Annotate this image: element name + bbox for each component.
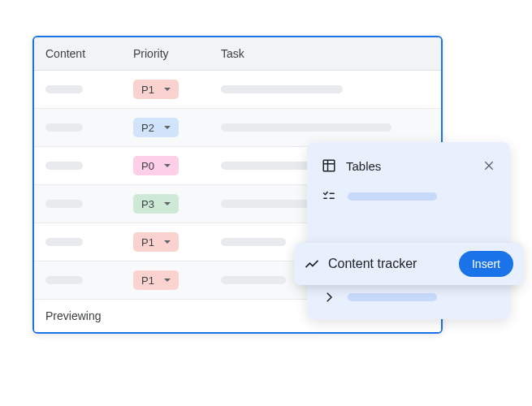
task-placeholder bbox=[221, 276, 286, 284]
popup-item[interactable] bbox=[307, 181, 510, 212]
table-header-row: Content Priority Task bbox=[34, 37, 441, 71]
priority-label: P1 bbox=[141, 84, 154, 96]
chevron-down-icon bbox=[164, 202, 171, 205]
priority-label: P0 bbox=[141, 160, 154, 172]
priority-chip[interactable]: P1 bbox=[133, 232, 179, 252]
tables-popup: Tables bbox=[307, 142, 510, 319]
chevron-down-icon bbox=[164, 126, 171, 129]
popup-item[interactable] bbox=[307, 282, 510, 313]
content-placeholder bbox=[45, 162, 83, 170]
content-placeholder bbox=[45, 238, 83, 246]
chevron-down-icon bbox=[164, 240, 171, 244]
item-placeholder bbox=[348, 192, 437, 201]
task-placeholder bbox=[221, 123, 391, 132]
priority-chip[interactable]: P2 bbox=[133, 118, 179, 137]
close-icon[interactable] bbox=[482, 159, 495, 172]
priority-label: P1 bbox=[141, 274, 154, 287]
priority-label: P1 bbox=[141, 236, 154, 248]
content-placeholder bbox=[45, 200, 83, 208]
column-header-priority[interactable]: Priority bbox=[122, 37, 210, 70]
highlighted-label: Content tracker bbox=[328, 257, 451, 271]
popup-title: Tables bbox=[346, 159, 482, 173]
checklist-icon bbox=[322, 189, 336, 204]
trend-icon bbox=[304, 256, 320, 272]
content-placeholder bbox=[45, 123, 83, 132]
chevron-down-icon bbox=[164, 279, 171, 282]
insert-button[interactable]: Insert bbox=[459, 251, 513, 277]
content-placeholder bbox=[45, 85, 83, 93]
priority-label: P3 bbox=[141, 198, 154, 210]
popup-header: Tables bbox=[307, 149, 510, 181]
item-placeholder bbox=[348, 293, 437, 301]
priority-label: P2 bbox=[141, 122, 154, 134]
chevron-right-icon bbox=[322, 290, 336, 304]
column-header-task[interactable]: Task bbox=[210, 37, 441, 70]
table-row[interactable]: P2 bbox=[34, 109, 441, 147]
content-placeholder bbox=[45, 276, 83, 284]
priority-chip[interactable]: P1 bbox=[133, 80, 179, 99]
task-placeholder bbox=[221, 85, 343, 93]
task-placeholder bbox=[221, 238, 286, 246]
table-icon bbox=[322, 158, 336, 173]
popup-item-highlighted[interactable]: Content tracker Insert bbox=[294, 243, 523, 285]
priority-chip[interactable]: P1 bbox=[133, 270, 179, 290]
chevron-down-icon bbox=[164, 88, 171, 91]
priority-chip[interactable]: P3 bbox=[133, 194, 179, 214]
table-row[interactable]: P1 bbox=[34, 71, 441, 109]
column-header-content[interactable]: Content bbox=[34, 37, 122, 70]
chevron-down-icon bbox=[164, 164, 171, 167]
svg-rect-0 bbox=[323, 160, 335, 171]
priority-chip[interactable]: P0 bbox=[133, 156, 179, 175]
